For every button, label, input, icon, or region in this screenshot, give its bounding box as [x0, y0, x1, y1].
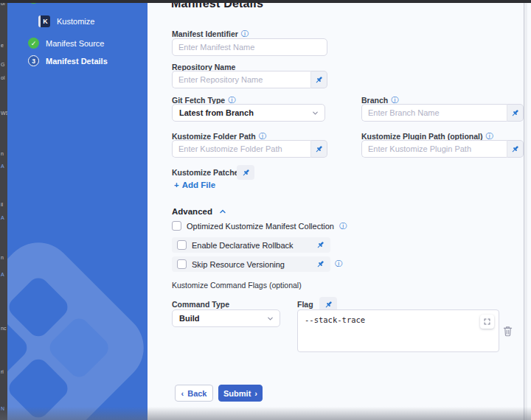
command-flags-section-label: Kustomize Command Flags (optional) — [172, 281, 302, 290]
info-icon[interactable]: ⓘ — [228, 97, 235, 104]
background-page-edge-top — [0, 0, 531, 3]
advanced-section-toggle[interactable]: Advanced — [172, 207, 227, 216]
chevron-right-icon: › — [254, 389, 257, 398]
pin-runtime-input-icon[interactable] — [316, 240, 325, 250]
pin-runtime-input-icon[interactable] — [310, 71, 327, 88]
info-icon[interactable]: ⓘ — [241, 30, 249, 38]
info-icon[interactable]: ⓘ — [259, 133, 266, 140]
kustomize-plugin-path-input[interactable] — [361, 140, 507, 158]
wizard-step-manifest-details[interactable]: 3 Manifest Details — [28, 55, 108, 66]
flag-textarea[interactable]: --stack-trace — [297, 309, 499, 352]
branch-input[interactable] — [361, 104, 507, 122]
command-type-select[interactable]: Build — [172, 309, 280, 327]
kustomize-icon: K — [38, 15, 50, 27]
info-icon[interactable]: ⓘ — [391, 97, 398, 104]
wizard-step-manifest-source[interactable]: ✓ Manifest Source — [28, 38, 104, 49]
wizard-substep-label: Kustomize — [57, 17, 94, 26]
flag-label: Flag — [297, 300, 313, 309]
declarative-rollback-option: Enable Declarative Rollback — [172, 237, 330, 253]
delete-flag-icon[interactable] — [503, 326, 513, 340]
git-fetch-type-select[interactable]: Latest from Branch — [172, 104, 325, 122]
chevron-down-icon — [311, 109, 319, 117]
scrollbar-track[interactable] — [524, 0, 527, 420]
pin-runtime-input-icon[interactable] — [507, 140, 524, 158]
manifest-identifier-label: Manifest Identifier ⓘ — [172, 29, 249, 38]
manifest-details-dialog: ✓ Manifest Type K Kustomize ✓ Manifest S… — [0, 0, 531, 420]
skip-resource-versioning-checkbox[interactable] — [177, 259, 187, 269]
manifest-identifier-input[interactable] — [172, 38, 327, 56]
skip-resource-versioning-option: Skip Resource Versioning — [172, 256, 330, 272]
repository-name-input[interactable] — [172, 71, 310, 88]
pin-runtime-input-icon[interactable] — [237, 165, 254, 180]
plus-icon: + — [174, 181, 179, 189]
chevron-up-icon — [218, 207, 227, 216]
info-icon[interactable]: ⓘ — [339, 223, 347, 230]
expand-editor-icon[interactable] — [480, 315, 494, 329]
command-type-label: Command Type — [172, 300, 229, 309]
wizard-sidebar: ✓ Manifest Type K Kustomize ✓ Manifest S… — [7, 0, 148, 420]
background-page-edge: ol e G ol WS n A il A n A nc ri N — [0, 0, 7, 420]
declarative-rollback-checkbox[interactable] — [177, 240, 187, 250]
wizard-substep-kustomize[interactable]: K Kustomize — [38, 15, 94, 27]
pin-runtime-input-icon[interactable] — [316, 259, 325, 269]
back-button[interactable]: ‹ Back — [175, 385, 213, 402]
wizard-step-label: Manifest Details — [46, 57, 108, 66]
optimized-collection-option: Optimized Kustomize Manifest Collection … — [172, 221, 347, 231]
pin-runtime-input-icon[interactable] — [507, 104, 524, 122]
optimized-collection-checkbox[interactable] — [172, 221, 181, 231]
pin-runtime-input-icon[interactable] — [310, 140, 327, 158]
chevron-down-icon — [266, 315, 274, 323]
harness-logo-watermark — [7, 228, 148, 420]
step-number-badge: 3 — [28, 55, 39, 66]
chevron-left-icon: ‹ — [181, 389, 184, 398]
check-icon: ✓ — [28, 38, 39, 49]
add-file-button[interactable]: + Add File — [174, 181, 215, 189]
submit-button[interactable]: Submit › — [218, 385, 263, 402]
wizard-step-label: Manifest Source — [46, 39, 104, 48]
manifest-details-form: Manifest Details Manifest Identifier ⓘ R… — [148, 0, 527, 420]
info-icon[interactable]: ⓘ — [486, 133, 493, 140]
info-icon[interactable]: ⓘ — [335, 260, 342, 267]
kustomize-folder-path-input[interactable] — [172, 140, 310, 158]
background-page-edge-bottom — [0, 407, 531, 420]
